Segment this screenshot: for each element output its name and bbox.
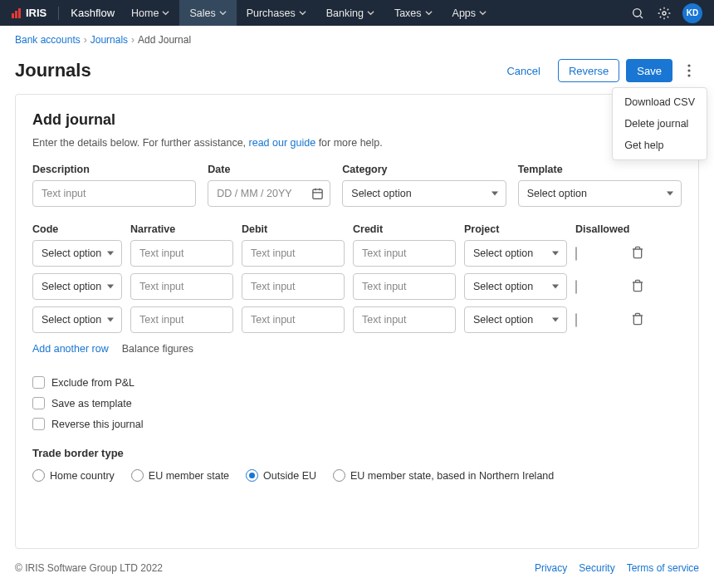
logo[interactable]: IRIS Kashflow (12, 7, 115, 20)
radio-label: EU member state (149, 470, 229, 482)
chevron-down-icon (299, 9, 306, 17)
nav-item-home[interactable]: Home (121, 0, 179, 26)
debit-input[interactable] (242, 273, 345, 300)
description-input[interactable] (32, 180, 196, 207)
top-nav: IRIS Kashflow HomeSalesPurchasesBankingT… (0, 0, 714, 26)
breadcrumb-item[interactable]: Journals (90, 34, 128, 46)
date-label: Date (208, 164, 330, 175)
narrative-input[interactable] (130, 273, 233, 300)
svg-point-1 (663, 12, 666, 15)
radio-option[interactable]: EU member state (131, 469, 229, 482)
gear-icon[interactable] (656, 5, 672, 22)
category-label: Category (342, 164, 506, 175)
svg-point-0 (633, 8, 641, 16)
guide-link[interactable]: read our guide (249, 137, 316, 149)
footer-link[interactable]: Terms of service (627, 562, 699, 574)
project-select[interactable]: Select option (464, 273, 567, 300)
header-code: Code (32, 223, 122, 235)
date-input[interactable] (208, 180, 330, 207)
balance-figures-link[interactable]: Balance figures (122, 343, 193, 355)
radio-option[interactable]: Home country (32, 469, 115, 482)
debit-input[interactable] (242, 240, 345, 267)
header-actions: Cancel Reverse Save Download CSVDelete j… (496, 59, 699, 82)
subtitle-prefix: Enter the details below. For further ass… (32, 137, 249, 149)
menu-item[interactable]: Download CSV (613, 91, 707, 113)
trash-icon[interactable] (631, 246, 646, 261)
disallowed-checkbox[interactable] (575, 280, 577, 294)
credit-input[interactable] (353, 273, 456, 300)
category-select[interactable]: Select option (342, 180, 506, 207)
breadcrumb-item: Add Journal (138, 34, 191, 46)
narrative-input[interactable] (130, 306, 233, 333)
brand-name: IRIS (26, 7, 46, 19)
reverse-checkbox[interactable] (32, 418, 45, 430)
description-label: Description (32, 164, 196, 175)
subtitle-suffix: for more help. (315, 137, 383, 149)
code-select[interactable]: Select option (32, 273, 122, 300)
svg-point-4 (687, 74, 690, 76)
nav-item-purchases[interactable]: Purchases (237, 0, 316, 26)
form-row-1: Description Date Category Select option … (32, 164, 682, 207)
chevron-down-icon (162, 9, 169, 17)
footer-link[interactable]: Privacy (535, 562, 567, 574)
trash-icon[interactable] (631, 279, 646, 294)
svg-point-2 (687, 64, 690, 66)
debit-input[interactable] (242, 306, 345, 333)
code-select[interactable]: Select option (32, 240, 122, 267)
footer: © IRIS Software Group LTD 2022 PrivacySe… (0, 549, 714, 587)
menu-item[interactable]: Get help (613, 135, 707, 156)
disallowed-checkbox[interactable] (575, 313, 577, 327)
reverse-label: Reverse this journal (51, 419, 143, 430)
project-select[interactable]: Select option (464, 306, 567, 333)
header-narrative: Narrative (130, 223, 233, 235)
grid-row: Select optionSelect option (32, 240, 682, 267)
narrative-input[interactable] (130, 240, 233, 267)
add-row-link[interactable]: Add another row (32, 343, 109, 355)
radio-option[interactable]: Outside EU (246, 469, 316, 482)
nav-icons: KD (629, 3, 702, 23)
copyright: © IRIS Software Group LTD 2022 (15, 562, 163, 574)
radio-icon (246, 469, 258, 482)
reverse-button[interactable]: Reverse (558, 59, 619, 82)
footer-links: PrivacySecurityTerms of service (535, 562, 699, 574)
trade-border-label: Trade border type (32, 447, 682, 459)
radio-label: EU member state, based in Northern Irela… (350, 470, 554, 482)
card-subtitle: Enter the details below. For further ass… (32, 137, 682, 149)
save-button[interactable]: Save (626, 59, 672, 82)
radio-icon (333, 469, 345, 482)
chevron-down-icon (219, 9, 227, 17)
exclude-checkbox[interactable] (32, 376, 45, 389)
disallowed-checkbox[interactable] (575, 247, 577, 261)
card-title: Add journal (32, 111, 682, 129)
credit-input[interactable] (353, 306, 456, 333)
radio-label: Home country (50, 470, 115, 482)
trash-icon[interactable] (631, 312, 646, 327)
nav-item-apps[interactable]: Apps (443, 0, 497, 26)
chevron-down-icon (479, 9, 487, 17)
nav-items: HomeSalesPurchasesBankingTaxesApps (121, 0, 496, 26)
menu-item[interactable]: Delete journal (613, 113, 707, 135)
save-template-check-row: Save as template (32, 397, 682, 409)
overflow-menu-button[interactable] (679, 59, 699, 82)
breadcrumb: Bank accounts›Journals›Add Journal (0, 26, 714, 54)
credit-input[interactable] (353, 240, 456, 267)
cancel-button[interactable]: Cancel (496, 59, 550, 82)
nav-item-taxes[interactable]: Taxes (384, 0, 443, 26)
breadcrumb-item[interactable]: Bank accounts (15, 34, 81, 46)
grid-row: Select optionSelect option (32, 306, 682, 333)
project-select[interactable]: Select option (464, 240, 567, 267)
avatar[interactable]: KD (682, 3, 702, 23)
search-icon[interactable] (629, 5, 646, 22)
radio-option[interactable]: EU member state, based in Northern Irela… (333, 469, 554, 482)
template-label: Template (518, 164, 682, 175)
nav-item-sales[interactable]: Sales (179, 0, 236, 26)
svg-point-3 (687, 69, 690, 71)
nav-item-banking[interactable]: Banking (316, 0, 384, 26)
template-select[interactable]: Select option (518, 180, 682, 207)
code-select[interactable]: Select option (32, 306, 122, 333)
footer-link[interactable]: Security (579, 562, 614, 574)
grid-row: Select optionSelect option (32, 273, 682, 300)
radio-icon (32, 469, 45, 482)
save-template-checkbox[interactable] (32, 397, 45, 409)
product-name: Kashflow (71, 7, 115, 19)
